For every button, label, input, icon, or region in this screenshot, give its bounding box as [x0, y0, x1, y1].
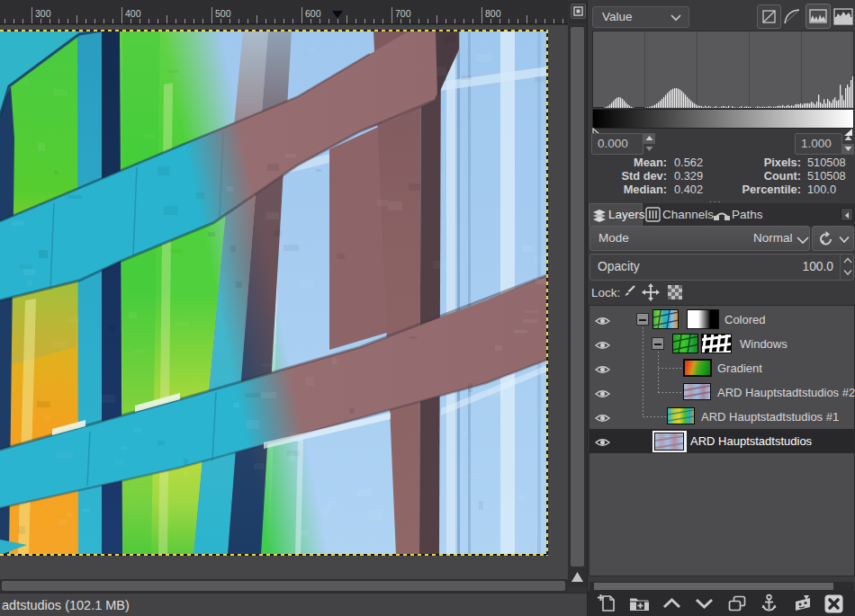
svg-text:500: 500 — [215, 8, 231, 19]
svg-text:700: 700 — [395, 8, 411, 19]
svg-text:400: 400 — [125, 8, 141, 19]
svg-text:600: 600 — [305, 8, 321, 19]
svg-text:800: 800 — [485, 8, 501, 19]
svg-text:300: 300 — [35, 8, 51, 19]
